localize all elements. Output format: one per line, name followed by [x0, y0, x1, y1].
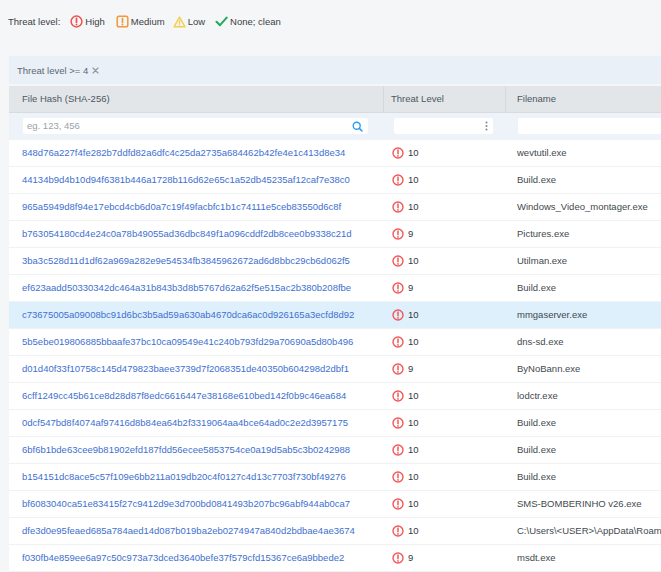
row-3: 965a5949d8f94e17ebcd4cb6d0a7c19f49facbfc…: [9, 194, 661, 221]
threat-file-table: Threat level: High Medium Low None; clea…: [0, 0, 661, 572]
row-11: 0dcf547bd8f4074af97416d8b84ea64b2f331906…: [9, 410, 661, 437]
row-8: 5b5ebe019806885bbaafe37bc10ca09549e41c24…: [9, 329, 661, 356]
legend: Threat level: High Medium Low None; clea…: [8, 14, 281, 29]
row-16: f030fb4e859ee6a97c50c973a73dced3640befe3…: [9, 545, 661, 572]
row-13: b154151dc8ace5c57f109e6bb211a019db20c4f0…: [9, 464, 661, 491]
rows: 848d76a227f4fe282b7ddfd82a6dfc4c25da2735…: [9, 140, 661, 572]
active-filters: Threat level >= 4: [9, 56, 661, 84]
row-14: bf6083040ca51e83415f27c9412d9e3d700bd084…: [9, 491, 661, 518]
filter-row: eg. 123, 456: [9, 113, 661, 140]
row-9: d01d40f33f10758c145d479823baee3739d7f206…: [9, 356, 661, 383]
row-6: ef623aadd50330342dc464a31b843b3d8b5767d6…: [9, 275, 661, 302]
row-2: 44134b9d4b10d94f6381b446a1728b116d62e65c…: [9, 167, 661, 194]
row-5: 3ba3c528d11d1df62a969a282e9e54534fb38459…: [9, 248, 661, 275]
row-12: 6bf6b1bde63cee9b81902efd187fdd56ecee5853…: [9, 437, 661, 464]
filter-chip: Threat level >= 4: [17, 65, 99, 76]
row-1: 848d76a227f4fe282b7ddfd82a6dfc4c25da2735…: [9, 140, 661, 167]
filename-filter[interactable]: [518, 118, 661, 134]
hash-filter[interactable]: eg. 123, 456: [23, 118, 368, 134]
row-7: c73675005a09008bc91d6bc3b5ad59a630ab4670…: [9, 302, 661, 329]
row-10: 6cff1249cc45b61ce8d28d87f8edc6616447e381…: [9, 383, 661, 410]
row-15: dfe3d0e95feaed685a784aed14d087b019ba2eb0…: [9, 518, 661, 545]
level-filter[interactable]: [394, 118, 493, 134]
table-header: File Hash (SHA-256) Threat Level Filenam…: [9, 86, 661, 113]
row-4: b763054180cd4e24c0a78b49055ad36dbc849f1a…: [9, 221, 661, 248]
